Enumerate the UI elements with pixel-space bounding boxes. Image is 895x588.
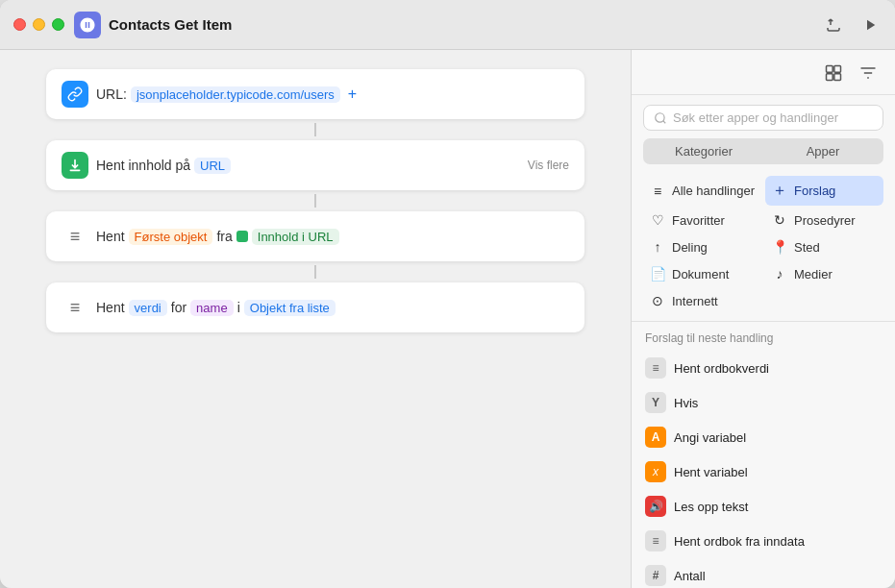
- green-dot: [236, 231, 248, 242]
- if-icon: Y: [645, 392, 666, 413]
- download-icon: [67, 158, 83, 173]
- dict-input-label: Hent ordbok fra inndata: [674, 534, 805, 549]
- share-button[interactable]: [822, 13, 845, 37]
- link-icon: [67, 86, 83, 102]
- cat-internet[interactable]: ⊙ Internett: [643, 288, 761, 313]
- fetch-url-token[interactable]: URL: [194, 158, 231, 174]
- get-item-prefix: Hent: [96, 229, 125, 244]
- connector-3: [314, 265, 316, 279]
- get-item-icon: ≡: [62, 223, 88, 250]
- right-panel-header: [632, 50, 895, 95]
- cat-media-label: Medier: [794, 267, 833, 282]
- list-icon: ≡: [70, 227, 81, 247]
- segment-control: Kategorier Apper: [643, 138, 883, 164]
- url-block[interactable]: URL: jsonplaceholder.typicode.com/users …: [46, 69, 584, 119]
- library-button[interactable]: [820, 60, 847, 86]
- cat-sharing-label: Deling: [672, 240, 708, 255]
- get-value-icon: ≡: [62, 294, 88, 321]
- cat-suggestions-label: Forslag: [794, 184, 835, 198]
- value-token[interactable]: verdi: [129, 300, 167, 316]
- get-var-icon: x: [645, 461, 666, 482]
- url-add-button[interactable]: +: [344, 86, 360, 103]
- suggestion-item-dict-value[interactable]: ≡ Hent ordbokverdi: [632, 351, 895, 385]
- i-label: i: [237, 300, 240, 315]
- apps-tab[interactable]: Apper: [764, 140, 882, 162]
- cat-all-actions[interactable]: ≡ Alle handlinger: [643, 176, 761, 206]
- traffic-lights: [13, 18, 64, 31]
- suggestion-item-if[interactable]: Y Hvis: [632, 385, 895, 420]
- speak-label: Les opp tekst: [674, 500, 748, 514]
- fetch-prefix: Hent innhold på: [96, 158, 190, 173]
- filter-button[interactable]: [855, 60, 882, 86]
- count-icon: #: [645, 565, 666, 586]
- vis-flere-label[interactable]: Vis flere: [528, 159, 569, 172]
- categories-tab[interactable]: Kategorier: [645, 140, 762, 162]
- search-input[interactable]: [673, 110, 873, 125]
- run-button[interactable]: [858, 13, 882, 37]
- dict-value-label: Hent ordbokverdi: [674, 361, 769, 376]
- svg-rect-1: [834, 66, 841, 73]
- dict-value-icon: ≡: [645, 357, 666, 379]
- suggestions-section-label: Forslag til neste handling: [632, 322, 895, 351]
- suggestion-item-speak[interactable]: 🔊 Les opp tekst: [632, 489, 895, 524]
- set-var-label: Angi variabel: [674, 430, 746, 445]
- cat-internet-label: Internett: [672, 294, 718, 308]
- svg-rect-3: [834, 74, 841, 81]
- cat-media[interactable]: ♪ Medier: [765, 261, 883, 286]
- suggestion-item-get-var[interactable]: x Hent variabel: [632, 454, 895, 489]
- shortcuts-icon: [79, 16, 96, 34]
- close-button[interactable]: [13, 18, 26, 31]
- url-content-token[interactable]: Innhold i URL: [252, 229, 339, 245]
- cat-location-label: Sted: [794, 240, 820, 255]
- cat-procedures-label: Prosedyrer: [794, 213, 856, 228]
- list-object-token[interactable]: Objekt fra liste: [244, 300, 336, 316]
- right-panel: Kategorier Apper ≡ Alle handlinger ＋ For…: [631, 50, 895, 588]
- name-token[interactable]: name: [190, 300, 234, 316]
- minimize-button[interactable]: [33, 18, 45, 31]
- main-content: URL: jsonplaceholder.typicode.com/users …: [0, 50, 895, 588]
- get-item-from: fra: [216, 229, 232, 244]
- set-var-icon: A: [645, 427, 666, 448]
- cat-suggestions[interactable]: ＋ Forslag: [765, 176, 883, 206]
- fetch-block[interactable]: Hent innhold på URL Vis flere: [46, 140, 584, 190]
- cat-favorites[interactable]: ♡ Favoritter: [643, 208, 761, 233]
- list-icon-2: ≡: [70, 298, 81, 318]
- dict-input-icon: ≡: [645, 530, 666, 551]
- cat-sharing[interactable]: ↑ Deling: [643, 234, 761, 259]
- get-var-label: Hent variabel: [674, 465, 748, 479]
- count-label: Antall: [674, 569, 706, 583]
- suggestion-item-count[interactable]: # Antall: [632, 558, 895, 588]
- get-value-text: Hent verdi for name i Objekt fra liste: [96, 300, 569, 316]
- cat-favorites-label: Favoritter: [672, 213, 725, 228]
- svg-rect-0: [827, 66, 833, 73]
- content-icon-inline: [236, 231, 248, 242]
- all-actions-icon: ≡: [649, 184, 666, 199]
- suggestion-item-dict-from-input[interactable]: ≡ Hent ordbok fra inndata: [632, 524, 895, 558]
- window-title: Contacts Get Item: [109, 16, 822, 33]
- favorites-icon: ♡: [649, 212, 666, 228]
- internet-icon: ⊙: [649, 293, 666, 308]
- get-value-block[interactable]: ≡ Hent verdi for name i Objekt fra liste: [46, 282, 584, 332]
- fetch-block-text: Hent innhold på URL Vis flere: [96, 158, 569, 174]
- get-item-block[interactable]: ≡ Hent Første objekt fra Innhold i URL: [46, 211, 584, 261]
- titlebar: Contacts Get Item: [0, 0, 895, 50]
- sharing-icon: ↑: [649, 239, 666, 255]
- fullscreen-button[interactable]: [52, 18, 64, 31]
- suggestion-item-set-var[interactable]: A Angi variabel: [632, 420, 895, 454]
- search-bar: [643, 105, 883, 131]
- suggestions-icon: ＋: [771, 181, 788, 201]
- svg-rect-2: [827, 74, 833, 81]
- cat-document[interactable]: 📄 Dokument: [643, 261, 761, 286]
- first-object-token[interactable]: Første objekt: [129, 229, 213, 245]
- cat-procedures[interactable]: ↻ Prosedyrer: [765, 208, 883, 233]
- titlebar-actions: [822, 13, 882, 37]
- cat-location[interactable]: 📍 Sted: [765, 234, 883, 259]
- categories-grid: ≡ Alle handlinger ＋ Forslag ♡ Favoritter…: [632, 172, 895, 322]
- if-label: Hvis: [674, 396, 698, 410]
- filter-icon: [858, 63, 878, 83]
- speak-icon: 🔊: [645, 496, 666, 517]
- get-value-prefix: Hent: [96, 300, 125, 315]
- for-label: for: [171, 300, 186, 315]
- url-value-token[interactable]: jsonplaceholder.typicode.com/users: [131, 86, 340, 103]
- search-icon: [654, 111, 667, 125]
